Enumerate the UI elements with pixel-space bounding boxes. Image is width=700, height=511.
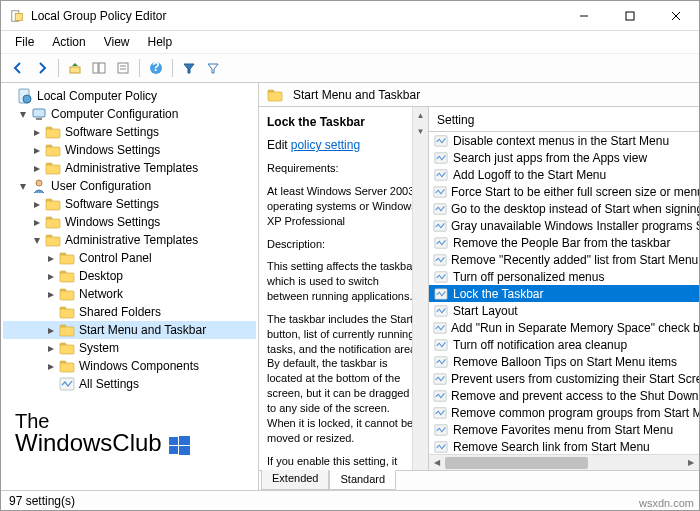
tree-label: User Configuration xyxy=(51,179,151,193)
setting-row[interactable]: Disable context menus in the Start Menu xyxy=(429,132,699,149)
svg-point-21 xyxy=(36,180,42,186)
up-button[interactable] xyxy=(64,57,86,79)
tree-item[interactable]: ▸Windows Settings xyxy=(3,213,256,231)
setting-row[interactable]: Search just apps from the Apps view xyxy=(429,149,699,166)
close-button[interactable] xyxy=(653,1,699,31)
setting-row[interactable]: Remove and prevent access to the Shut Do… xyxy=(429,387,699,404)
chevron-down-icon[interactable]: ▾ xyxy=(31,234,43,246)
tree-item[interactable]: ▸Desktop xyxy=(3,267,256,285)
chevron-right-icon[interactable]: ▸ xyxy=(31,126,43,138)
tree-label: Desktop xyxy=(79,269,123,283)
menu-action[interactable]: Action xyxy=(44,33,93,51)
tree-computer-config[interactable]: ▾ Computer Configuration xyxy=(3,105,256,123)
tree-label: Network xyxy=(79,287,123,301)
setting-row[interactable]: Go to the desktop instead of Start when … xyxy=(429,200,699,217)
scroll-left-icon[interactable]: ◀ xyxy=(429,455,445,470)
toolbar-separator xyxy=(58,59,59,77)
minimize-button[interactable] xyxy=(561,1,607,31)
menu-view[interactable]: View xyxy=(96,33,138,51)
tree-item[interactable]: ▸Software Settings xyxy=(3,123,256,141)
chevron-down-icon[interactable]: ▾ xyxy=(17,108,29,120)
setting-row[interactable]: Remove the People Bar from the taskbar xyxy=(429,234,699,251)
setting-row[interactable]: Force Start to be either full screen siz… xyxy=(429,183,699,200)
chevron-right-icon[interactable]: ▸ xyxy=(45,252,57,264)
setting-row[interactable]: Remove Search link from Start Menu xyxy=(429,438,699,454)
tree-user-config[interactable]: ▾ User Configuration xyxy=(3,177,256,195)
setting-label: Prevent users from customizing their Sta… xyxy=(451,372,699,386)
chevron-right-icon[interactable]: ▸ xyxy=(31,216,43,228)
chevron-right-icon[interactable]: ▸ xyxy=(45,288,57,300)
tab-standard[interactable]: Standard xyxy=(329,470,396,490)
setting-icon xyxy=(433,405,447,421)
forward-button[interactable] xyxy=(31,57,53,79)
setting-row[interactable]: Gray unavailable Windows Installer progr… xyxy=(429,217,699,234)
tree-item[interactable]: ▸Administrative Templates xyxy=(3,159,256,177)
show-hide-tree-button[interactable] xyxy=(88,57,110,79)
tree-item[interactable]: ▸System xyxy=(3,339,256,357)
scroll-right-icon[interactable]: ▶ xyxy=(683,455,699,470)
chevron-right-icon[interactable]: ▸ xyxy=(31,162,43,174)
windows-logo-icon xyxy=(169,435,191,460)
folder-icon xyxy=(45,124,61,140)
scroll-down-icon[interactable]: ▼ xyxy=(413,123,428,139)
chevron-down-icon[interactable]: ▾ xyxy=(17,180,29,192)
horizontal-scrollbar[interactable]: ◀ ▶ xyxy=(429,454,699,470)
tree-item[interactable]: ▸Start Menu and Taskbar xyxy=(3,321,256,339)
help-button[interactable]: ? xyxy=(145,57,167,79)
tree-item[interactable]: ▸All Settings xyxy=(3,375,256,393)
filter-button[interactable] xyxy=(178,57,200,79)
tree-item[interactable]: ▸Shared Folders xyxy=(3,303,256,321)
tree-admin-templates[interactable]: ▾Administrative Templates xyxy=(3,231,256,249)
setting-label: Lock the Taskbar xyxy=(453,287,544,301)
vertical-scrollbar[interactable]: ▲ ▼ xyxy=(412,107,428,470)
setting-row[interactable]: Start Layout xyxy=(429,302,699,319)
chevron-right-icon[interactable]: ▸ xyxy=(31,198,43,210)
chevron-right-icon[interactable]: ▸ xyxy=(45,360,57,372)
settings-column: Setting Disable context menus in the Sta… xyxy=(429,107,699,470)
setting-icon xyxy=(433,167,449,183)
svg-text:?: ? xyxy=(152,61,159,74)
tree-item[interactable]: ▸Software Settings xyxy=(3,195,256,213)
edit-policy-link[interactable]: policy setting xyxy=(291,138,360,152)
tree-pane[interactable]: ▾ Local Computer Policy ▾ Computer Confi… xyxy=(1,83,259,490)
setting-row[interactable]: Turn off notification area cleanup xyxy=(429,336,699,353)
setting-row[interactable]: Remove Balloon Tips on Start Menu items xyxy=(429,353,699,370)
svg-rect-23 xyxy=(179,436,190,445)
setting-row[interactable]: Remove Favorites menu from Start Menu xyxy=(429,421,699,438)
back-button[interactable] xyxy=(7,57,29,79)
settings-list[interactable]: Disable context menus in the Start MenuS… xyxy=(429,132,699,454)
menubar: File Action View Help xyxy=(1,31,699,54)
view-tabs: Extended Standard xyxy=(259,470,699,490)
filter-options-button[interactable] xyxy=(202,57,224,79)
menu-help[interactable]: Help xyxy=(140,33,181,51)
setting-label: Start Layout xyxy=(453,304,518,318)
setting-row[interactable]: Prevent users from customizing their Sta… xyxy=(429,370,699,387)
setting-row[interactable]: Add Logoff to the Start Menu xyxy=(429,166,699,183)
tree-item[interactable]: ▸Windows Components xyxy=(3,357,256,375)
tree-item[interactable]: ▸Windows Settings xyxy=(3,141,256,159)
chevron-right-icon[interactable]: ▸ xyxy=(45,270,57,282)
tree-label: Software Settings xyxy=(65,125,159,139)
window: Local Group Policy Editor File Action Vi… xyxy=(0,0,700,511)
setting-icon xyxy=(59,376,75,392)
chevron-right-icon[interactable]: ▸ xyxy=(45,342,57,354)
column-header-setting[interactable]: Setting xyxy=(429,107,699,132)
setting-row[interactable]: Remove "Recently added" list from Start … xyxy=(429,251,699,268)
setting-row[interactable]: Lock the Taskbar xyxy=(429,285,699,302)
tree-root[interactable]: ▾ Local Computer Policy xyxy=(3,87,256,105)
setting-row[interactable]: Turn off personalized menus xyxy=(429,268,699,285)
tab-extended[interactable]: Extended xyxy=(261,470,329,490)
setting-label: Gray unavailable Windows Installer progr… xyxy=(451,219,699,233)
menu-file[interactable]: File xyxy=(7,33,42,51)
setting-row[interactable]: Add "Run in Separate Memory Space" check… xyxy=(429,319,699,336)
chevron-right-icon[interactable]: ▸ xyxy=(31,144,43,156)
tree-item[interactable]: ▸Control Panel xyxy=(3,249,256,267)
setting-row[interactable]: Remove common program groups from Start … xyxy=(429,404,699,421)
chevron-right-icon[interactable]: ▸ xyxy=(45,324,57,336)
scroll-up-icon[interactable]: ▲ xyxy=(413,107,428,123)
setting-icon xyxy=(433,133,449,149)
tree-item[interactable]: ▸Network xyxy=(3,285,256,303)
properties-button[interactable] xyxy=(112,57,134,79)
svg-rect-13 xyxy=(70,67,80,73)
maximize-button[interactable] xyxy=(607,1,653,31)
